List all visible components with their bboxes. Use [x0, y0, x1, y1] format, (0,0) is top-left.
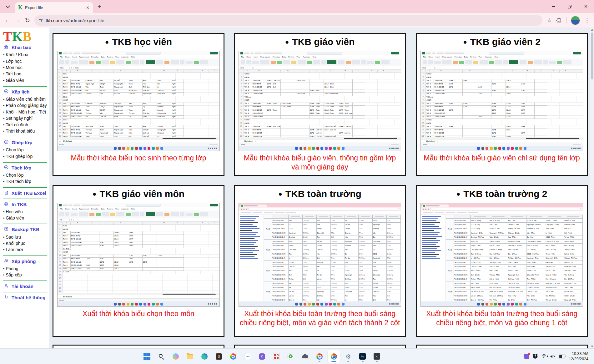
- reload-button[interactable]: ↻: [25, 17, 30, 24]
- taskbar-clock[interactable]: 10:33 AM 12/29/2024: [569, 351, 588, 361]
- dropbox-icon[interactable]: [533, 354, 538, 359]
- scroll-up-arrow[interactable]: [591, 29, 593, 31]
- page-scrollbar[interactable]: [590, 28, 594, 349]
- sidebar-item-học-viên[interactable]: Học viên: [3, 209, 49, 215]
- minimize-button[interactable]: [545, 0, 561, 13]
- chrome-profile-icon[interactable]: [328, 350, 340, 363]
- excel-row: 17Tiết 17h00-7h4510A4 - Sinh hoạt11A6 - …: [239, 125, 401, 129]
- sidebar-item-khôi-phục[interactable]: Khôi phục: [3, 240, 49, 246]
- sidebar-section-in-tkb[interactable]: In TKB: [4, 201, 49, 207]
- excel-column-letter: E: [114, 70, 128, 73]
- export-card-3[interactable]: ●TKB giáo viên 2FileHomeInsertPage Layou…: [416, 33, 588, 176]
- excel-cell: [281, 125, 295, 129]
- battery-icon[interactable]: [559, 355, 565, 358]
- sidebar-item-phòng[interactable]: Phòng: [3, 265, 49, 272]
- sidebar-item-phân-công-giảng-dạy[interactable]: Phân công giảng dạy: [3, 102, 49, 109]
- export-card-5[interactable]: ●TKB toàn trườngThứ 2Tiết 1 | 7h00-7h45T…: [234, 185, 406, 337]
- export-card-1[interactable]: ●TKB học viênFileHomeInsertPage LayoutFo…: [53, 33, 224, 176]
- bookmark-star-icon[interactable]: ☆: [547, 17, 552, 24]
- copilot-icon[interactable]: [169, 350, 182, 363]
- chrome-icon[interactable]: [227, 350, 239, 363]
- search-icon[interactable]: [155, 350, 168, 363]
- wifi-icon[interactable]: [541, 354, 547, 358]
- excel-cell: Tin học: [85, 112, 99, 116]
- sidebar-section-xếp-lịch[interactable]: Xếp lịch: [4, 89, 49, 95]
- close-button[interactable]: ✕: [578, 0, 594, 13]
- sidebar-section-khai-báo[interactable]: Khai báo: [4, 44, 49, 50]
- sidebar-section-backup-tkb[interactable]: Backup TKB: [4, 226, 49, 232]
- sidebar-section-tài-khoản[interactable]: Tài khoản: [4, 283, 49, 289]
- sidebar-item-sắp-xếp[interactable]: Sắp xếp: [3, 272, 49, 278]
- screenshot-tray-icon: [208, 303, 209, 305]
- sidebar-item-tkb-tách-lớp[interactable]: TKB tách lớp: [3, 178, 49, 185]
- zalo-icon[interactable]: Zalo: [241, 350, 254, 363]
- excel-cell: 10h00-10h45: [434, 112, 448, 116]
- sidebar-item-làm-mới[interactable]: Làm mới: [3, 246, 49, 253]
- address-bar[interactable]: tkb.com.vn/admin/export-file: [34, 15, 542, 26]
- sidebar-item-giáo-viên[interactable]: Giáo viên: [3, 215, 49, 221]
- web-lesson-cell: Văn - C.Văn: [545, 290, 564, 294]
- browser-menu-icon[interactable]: ⋮: [584, 17, 590, 24]
- sidebar-section-thoát-hệ-thống[interactable]: Thoát hệ thống: [4, 295, 49, 301]
- export-card-6[interactable]: ●TKB toàn trường 2Thứ 2Tiết 1 | 7h00-7h4…: [416, 185, 588, 337]
- tkb-logo[interactable]: TKB: [3, 30, 49, 43]
- sidebar-section-ghép-lớp[interactable]: Ghép lớp: [4, 139, 49, 145]
- web-day-cell: Thứ 3: [446, 239, 454, 260]
- web-lesson-cell: T.K.Phúc: [330, 298, 345, 301]
- excel-cell: 11A6: [506, 93, 520, 96]
- export-card-2[interactable]: ●TKB giáo viênFileHomeInsertPage LayoutF…: [234, 33, 406, 176]
- file-explorer-icon[interactable]: [184, 350, 196, 363]
- sublime-icon[interactable]: S: [213, 350, 225, 363]
- forward-button[interactable]: →: [15, 17, 21, 24]
- tab-close-icon[interactable]: ✕: [85, 5, 90, 10]
- terminal-icon[interactable]: >_: [371, 350, 383, 363]
- sidebar-item-khối---môn-học---tiết[interactable]: Khối - Môn học - Tiết: [3, 109, 49, 115]
- excel-cell: [281, 86, 295, 89]
- start-icon[interactable]: [141, 350, 153, 363]
- extensions-icon[interactable]: [556, 18, 562, 23]
- chrome-g-icon[interactable]: G: [313, 350, 326, 363]
- export-card-4[interactable]: ●TKB giáo viên mônFileHomeInsertPage Lay…: [53, 185, 224, 337]
- red-app-icon[interactable]: [270, 350, 283, 363]
- web-lesson-cell: Sinh hoạt - T.Nhài: [564, 269, 583, 273]
- browser-tab[interactable]: K Export file ✕: [15, 2, 93, 13]
- sidebar-item-sao-lưu[interactable]: Sao lưu: [3, 234, 49, 240]
- screenshot-tray-icon: [393, 303, 395, 305]
- sidebar-item-lớp-học[interactable]: Lớp học: [3, 58, 49, 64]
- sidebar-item-khối-/-khoa[interactable]: Khối / Khoa: [3, 52, 49, 58]
- sidebar-section-tách-lớp[interactable]: Tách lớp: [4, 165, 49, 171]
- back-button[interactable]: ←: [4, 17, 10, 24]
- sidebar-item-set-ngày-nghỉ[interactable]: Set ngày nghỉ: [3, 115, 49, 121]
- viber-icon[interactable]: ✆: [256, 350, 268, 363]
- scrollbar-thumb[interactable]: [591, 33, 593, 79]
- new-tab-button[interactable]: +: [98, 3, 101, 10]
- excel-column-letter: B: [71, 222, 85, 225]
- edge-icon[interactable]: [198, 350, 211, 363]
- volume-muted-icon[interactable]: ✕: [550, 355, 556, 358]
- web-header-cell: [345, 215, 359, 219]
- coccoc-icon[interactable]: [284, 350, 297, 363]
- sidebar-item-chọn-lớp[interactable]: Chọn lớp: [3, 172, 49, 178]
- sidebar-item-giáo-viên[interactable]: Giáo viên: [3, 77, 49, 83]
- profile-avatar[interactable]: [571, 16, 580, 25]
- sidebar-section-xếp-phòng[interactable]: Xếp phòng: [4, 258, 49, 264]
- restore-button[interactable]: [561, 0, 578, 13]
- sidebar-item-môn-học[interactable]: Môn học: [3, 64, 49, 71]
- web-period-cell: Tiết 3 | 9h45-10h15: [454, 290, 471, 294]
- sidebar-section-xuất-tkb-excel[interactable]: Xuất TKB Excel: [4, 190, 49, 196]
- sidebar-item-thời-khoá-biểu[interactable]: Thời khoá biểu: [3, 128, 49, 134]
- open-app-indicator: [362, 361, 364, 362]
- settings-icon[interactable]: ⚙: [342, 350, 355, 363]
- sidebar-item-tiết-học[interactable]: Tiết học: [3, 71, 49, 77]
- excel-grid: 1C.Hân2#HDR3Tiết 17h00-7h4512A6 - Chào c…: [239, 73, 401, 137]
- site-info-icon[interactable]: [39, 19, 43, 21]
- sidebar-item-tiết-cố-định[interactable]: Tiết cố định: [3, 121, 49, 128]
- scroll-down-arrow[interactable]: [591, 346, 593, 347]
- tab-search-button[interactable]: [3, 2, 13, 11]
- viber-notification-icon[interactable]: [524, 354, 529, 359]
- sidebar-item-tkb-ghép-lớp[interactable]: TKB ghép lớp: [3, 153, 49, 159]
- sidebar-item-giáo-viên-chủ-nhiệm[interactable]: Giáo viên chủ nhiệm: [3, 96, 49, 102]
- dark-app-icon[interactable]: [299, 350, 311, 363]
- photoshop-icon[interactable]: Ps: [356, 350, 369, 363]
- sidebar-item-chọn-lớp[interactable]: Chọn lớp: [3, 147, 49, 153]
